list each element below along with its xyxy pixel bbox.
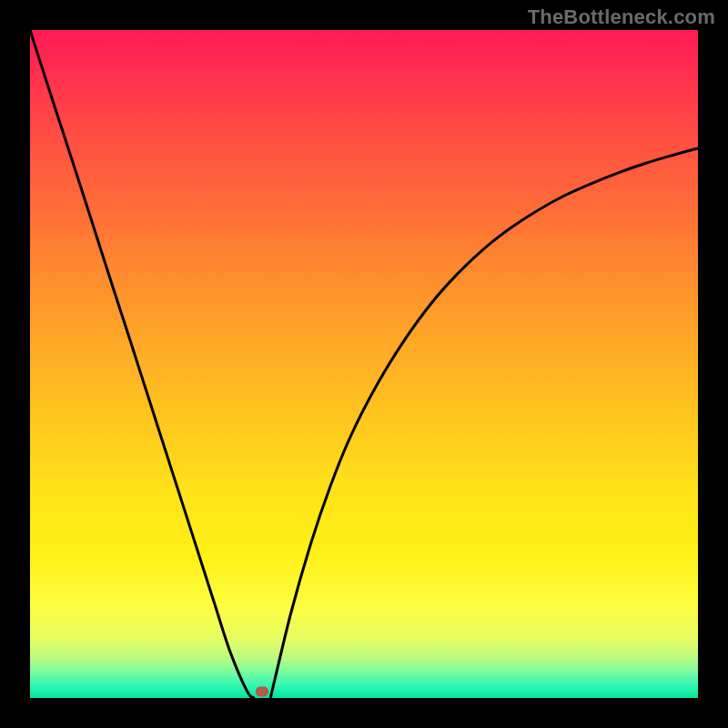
optimal-point-marker bbox=[256, 686, 268, 696]
watermark-text: TheBottleneck.com bbox=[528, 5, 715, 29]
curve-layer bbox=[30, 30, 698, 698]
chart-frame: TheBottleneck.com bbox=[0, 0, 728, 728]
bottleneck-curve-right bbox=[270, 148, 698, 698]
plot-area bbox=[30, 30, 698, 698]
bottleneck-curve-left bbox=[30, 30, 254, 698]
